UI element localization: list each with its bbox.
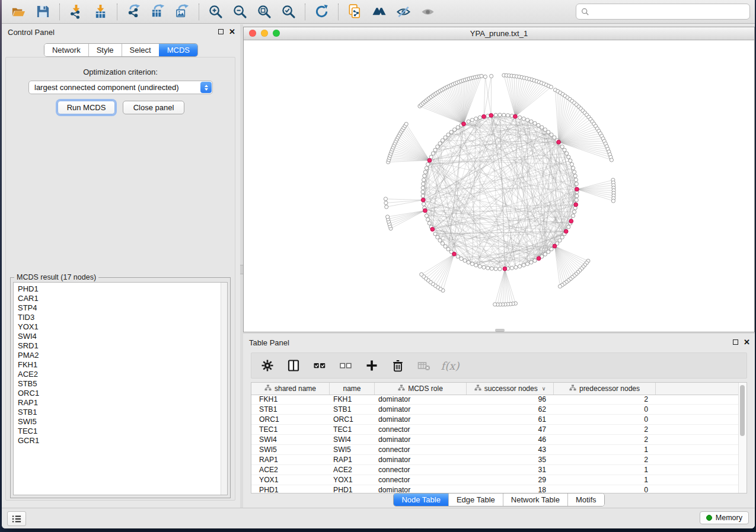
show-columns-button[interactable] [285, 357, 302, 374]
hide-selected-button[interactable] [391, 2, 416, 22]
zoom-in-button[interactable] [203, 2, 228, 22]
import-table-icon [93, 4, 108, 19]
show-all-button [416, 2, 440, 22]
close-table-panel-icon[interactable]: ✕ [744, 339, 750, 345]
tab-network[interactable]: Network [44, 44, 88, 56]
column-header-name[interactable]: name [330, 383, 375, 395]
mcds-result-item[interactable]: CAR1 [18, 294, 221, 303]
column-header-shared-name[interactable]: shared name [251, 383, 330, 395]
import-table-button[interactable] [88, 2, 113, 22]
mcds-result-item[interactable]: TEC1 [18, 427, 221, 436]
mcds-result-item[interactable]: STP4 [18, 303, 221, 313]
control-panel-header: Control Panel ✕ [2, 24, 240, 40]
optimization-criterion-select[interactable]: largest connected component (undirected) [28, 81, 213, 94]
mcds-result-list: PHD1CAR1STP4TID3YOX1SWI4SRD1PMA2FKH1ACE2… [13, 282, 228, 495]
table-cell: dominator [375, 485, 467, 493]
export-network-button[interactable] [122, 2, 146, 22]
mcds-result-item[interactable]: PMA2 [18, 351, 221, 360]
tab-network-table[interactable]: Network Table [503, 493, 567, 506]
mcds-result-item[interactable]: SWI4 [18, 332, 221, 341]
table-cell: SWI5 [330, 445, 375, 454]
float-table-panel-icon[interactable] [733, 339, 738, 345]
tab-mcds[interactable]: MCDS [159, 44, 197, 56]
close-panel-button[interactable]: Close panel [123, 101, 184, 114]
function-builder-button: f(x) [441, 357, 459, 374]
table-row[interactable]: STB1STB1dominator620 [251, 405, 739, 415]
table-cell: YOX1 [330, 475, 375, 485]
tab-select[interactable]: Select [122, 44, 159, 56]
mcds-result-item[interactable]: GCR1 [18, 436, 221, 446]
refresh-icon [314, 4, 329, 19]
float-panel-icon[interactable] [218, 29, 224, 34]
table-cell: connector [375, 445, 467, 454]
table-row[interactable]: YOX1YOX1connector291 [251, 475, 739, 485]
table-row[interactable]: SWI5SWI5connector431 [251, 445, 739, 455]
table-row[interactable]: TEC1TEC1connector472 [251, 425, 739, 435]
run-mcds-button[interactable]: Run MCDS [58, 101, 115, 114]
mcds-result-item[interactable]: SRD1 [18, 341, 221, 351]
add-column-button[interactable] [363, 357, 381, 374]
table-row[interactable]: PHD1PHD1dominator180 [251, 485, 739, 493]
table-options-button[interactable] [259, 357, 276, 374]
search-input[interactable] [592, 5, 749, 18]
check-all-icon [313, 359, 326, 372]
import-network-button[interactable] [64, 2, 88, 22]
mcds-result-item[interactable]: RAP1 [18, 398, 221, 408]
column-header-predecessor-nodes[interactable]: predecessor nodes [554, 383, 656, 395]
zoom-selected-button[interactable] [276, 2, 301, 22]
table-row[interactable]: ORC1ORC1dominator610 [251, 415, 739, 425]
column-header-mcds-role[interactable]: MCDS role [375, 383, 467, 395]
mcds-result-item[interactable]: STB5 [18, 379, 221, 389]
table-cell: SWI4 [251, 435, 330, 444]
table-row[interactable]: RAP1RAP1dominator352 [251, 455, 739, 465]
table-row[interactable]: SWI4SWI4dominator462 [251, 435, 739, 445]
table-cell: 62 [467, 405, 554, 414]
tab-style[interactable]: Style [88, 44, 122, 56]
plus-icon [365, 359, 378, 372]
network-from-selection-button[interactable] [343, 2, 367, 22]
mcds-list-scrollbar[interactable] [221, 283, 227, 495]
table-cell: RAP1 [330, 455, 375, 464]
table-cell: PHD1 [251, 485, 330, 493]
close-panel-icon[interactable]: ✕ [229, 28, 235, 35]
table-cell: RAP1 [251, 455, 330, 464]
mcds-result-item[interactable]: TID3 [18, 313, 221, 322]
tab-node-table[interactable]: Node Table [394, 493, 448, 506]
first-neighbors-button[interactable] [367, 2, 391, 22]
network-canvas[interactable] [244, 40, 754, 332]
table-scrollbar[interactable] [738, 383, 747, 493]
zoom-fit-button[interactable] [252, 2, 276, 22]
column-header-successor-nodes[interactable]: successor nodes∨ [467, 383, 554, 395]
mcds-result-item[interactable]: STB1 [18, 408, 221, 417]
mcds-result-item[interactable]: ACE2 [18, 370, 221, 379]
mcds-result-item[interactable]: SWI5 [18, 417, 221, 427]
tab-edge-table[interactable]: Edge Table [448, 493, 503, 506]
export-table-button[interactable] [146, 2, 170, 22]
table-row[interactable]: ACE2ACE2connector311 [251, 465, 739, 475]
trash-icon [391, 359, 404, 372]
network-window-titlebar[interactable]: YPA_prune.txt_1 [244, 27, 754, 40]
refresh-button[interactable] [310, 2, 334, 22]
table-cell: YOX1 [251, 475, 330, 485]
table-cell: 0 [554, 415, 656, 424]
deselect-all-rows-button[interactable] [337, 357, 355, 374]
tab-motifs[interactable]: Motifs [567, 493, 604, 506]
mcds-result-item[interactable]: ORC1 [18, 389, 221, 398]
open-file-button[interactable] [7, 2, 31, 22]
table-row[interactable]: FKH1FKH1dominator962 [251, 395, 739, 405]
select-all-rows-button[interactable] [311, 357, 328, 374]
save-session-button[interactable] [31, 2, 55, 22]
delete-columns-button[interactable] [389, 357, 407, 374]
task-history-button[interactable] [7, 511, 26, 526]
mcds-result-item[interactable]: YOX1 [18, 322, 221, 332]
memory-button[interactable]: Memory [700, 511, 749, 524]
mcds-result-item[interactable]: PHD1 [18, 284, 221, 294]
table-scrollbar-thumb[interactable] [740, 385, 745, 436]
table-toolbar: f(x) [251, 352, 747, 379]
main-toolbar [2, 0, 755, 24]
control-panel: Control Panel ✕ NetworkStyleSelectMCDS O… [2, 24, 240, 508]
table-cell: dominator [375, 405, 467, 414]
mcds-result-item[interactable]: FKH1 [18, 360, 221, 370]
export-image-button[interactable] [170, 2, 194, 22]
zoom-out-button[interactable] [228, 2, 252, 22]
